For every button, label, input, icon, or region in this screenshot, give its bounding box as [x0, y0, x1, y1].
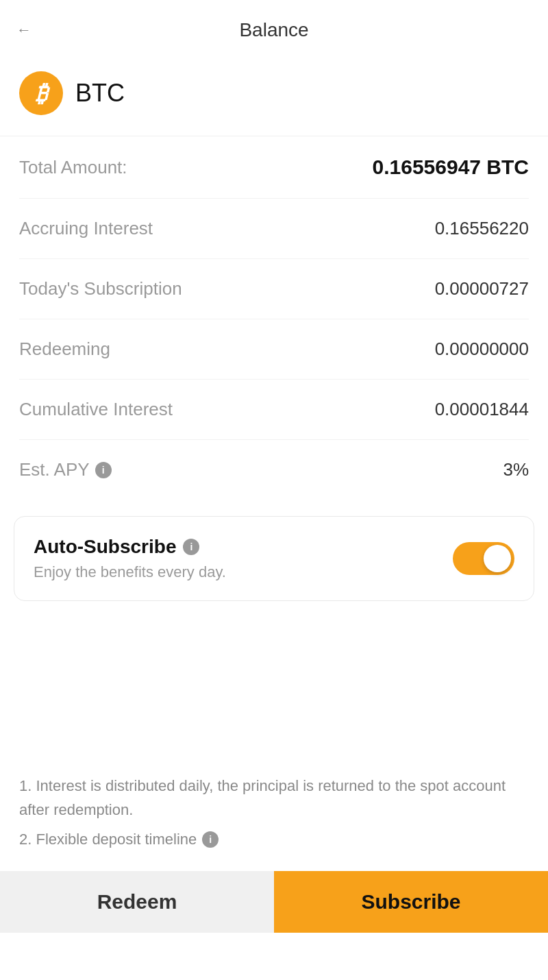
note-2-text: 2. Flexible deposit timeline: [19, 827, 197, 851]
redeeming-label: Redeeming: [19, 339, 110, 360]
redeeming-row: Redeeming 0.00000000: [19, 319, 529, 380]
total-amount-value: 0.16556947 BTC: [373, 156, 530, 179]
redeem-button[interactable]: Redeem: [0, 871, 274, 933]
note-2: 2. Flexible deposit timeline i: [19, 827, 529, 851]
apy-info-icon[interactable]: i: [95, 462, 112, 478]
cumulative-interest-label: Cumulative Interest: [19, 399, 173, 420]
auto-subscribe-info-icon[interactable]: i: [183, 539, 199, 555]
total-amount-label: Total Amount:: [19, 157, 127, 178]
auto-subscribe-card: Auto-Subscribe i Enjoy the benefits ever…: [14, 516, 534, 601]
content-spacer: [0, 617, 548, 755]
btc-symbol-icon: ₿: [36, 82, 47, 105]
coin-row: ₿ BTC: [0, 55, 548, 136]
bottom-action-bar: Redeem Subscribe: [0, 871, 548, 933]
total-amount-row: Total Amount: 0.16556947 BTC: [19, 136, 529, 199]
btc-logo: ₿: [19, 71, 63, 115]
todays-subscription-row: Today's Subscription 0.00000727: [19, 259, 529, 319]
header: ← Balance: [0, 0, 548, 55]
back-button[interactable]: ←: [16, 21, 32, 39]
back-arrow-icon: ←: [16, 21, 32, 39]
accruing-interest-value: 0.16556220: [435, 218, 529, 239]
redeeming-value: 0.00000000: [435, 339, 529, 360]
subscribe-button[interactable]: Subscribe: [274, 871, 548, 933]
page-title: Balance: [239, 19, 308, 41]
note-1: 1. Interest is distributed daily, the pr…: [19, 774, 529, 822]
auto-subscribe-title: Auto-Subscribe i: [34, 536, 226, 558]
cumulative-interest-row: Cumulative Interest 0.00001844: [19, 380, 529, 440]
todays-subscription-label: Today's Subscription: [19, 278, 182, 299]
auto-subscribe-toggle[interactable]: [453, 542, 514, 575]
notes-section: 1. Interest is distributed daily, the pr…: [0, 755, 548, 871]
auto-subscribe-info: Auto-Subscribe i Enjoy the benefits ever…: [34, 536, 226, 581]
note-1-text: 1. Interest is distributed daily, the pr…: [19, 774, 529, 822]
stats-section: Total Amount: 0.16556947 BTC Accruing In…: [0, 136, 548, 500]
accruing-interest-label: Accruing Interest: [19, 218, 153, 239]
coin-name: BTC: [75, 79, 125, 108]
cumulative-interest-value: 0.00001844: [435, 399, 529, 420]
auto-subscribe-description: Enjoy the benefits every day.: [34, 563, 226, 581]
todays-subscription-value: 0.00000727: [435, 278, 529, 299]
est-apy-row: Est. APY i 3%: [19, 440, 529, 500]
flexible-deposit-info-icon[interactable]: i: [202, 831, 219, 848]
est-apy-value: 3%: [503, 459, 529, 480]
accruing-interest-row: Accruing Interest 0.16556220: [19, 199, 529, 259]
est-apy-label: Est. APY i: [19, 459, 112, 480]
toggle-thumb: [484, 545, 511, 572]
